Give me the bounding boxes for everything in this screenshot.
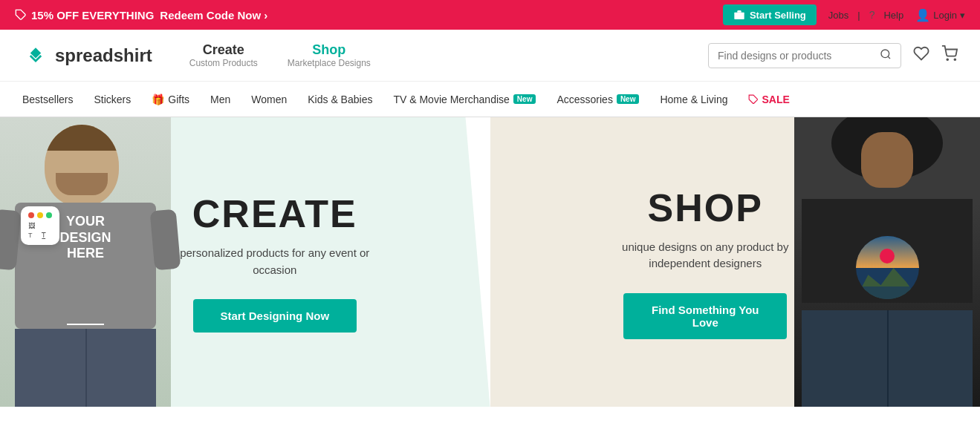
main-nav: Create Custom Products Shop Marketplace …	[175, 42, 708, 68]
login-area[interactable]: 👤 Login ▾	[915, 8, 965, 22]
svg-point-5	[954, 59, 955, 60]
nav-men[interactable]: Men	[210, 94, 230, 105]
search-input[interactable]	[718, 50, 880, 62]
user-icon: 👤	[915, 8, 930, 22]
find-something-button[interactable]: Find Something You Love	[623, 293, 787, 339]
svg-rect-1	[734, 13, 744, 19]
hero-shop-title: SHOP	[601, 186, 809, 230]
nav-tv-movie[interactable]: TV & Movie Merchandise New	[393, 94, 536, 105]
store-icon	[733, 9, 745, 21]
wishlist-icon[interactable]	[913, 45, 929, 66]
jobs-link[interactable]: Jobs	[828, 10, 848, 21]
nav-create-subtitle: Custom Products	[189, 58, 258, 68]
nav-stickers[interactable]: Stickers	[94, 94, 131, 105]
hero-section: 🖼 TT̲ YOURDESIGNHERE	[0, 117, 980, 407]
search-box[interactable]	[708, 43, 901, 68]
nav-create[interactable]: Create Custom Products	[175, 42, 273, 68]
help-icon: ?	[869, 9, 875, 21]
search-icon	[880, 48, 892, 60]
tag-icon	[15, 9, 27, 21]
nav-sale[interactable]: SALE	[748, 94, 789, 105]
hero-create-title: CREATE	[171, 191, 379, 236]
nav-create-title: Create	[203, 42, 244, 58]
header: spreadshirt Create Custom Products Shop …	[0, 30, 980, 82]
logo-icon	[22, 42, 49, 69]
nav-bestsellers[interactable]: Bestsellers	[22, 94, 73, 105]
hero-create-panel: 🖼 TT̲ YOURDESIGNHERE	[0, 117, 490, 407]
logo-link[interactable]: spreadshirt	[22, 42, 152, 69]
logo-text: spreadshirt	[55, 45, 152, 66]
nav-shop-title: Shop	[312, 42, 345, 58]
hero-shop-panel: SHOP unique designs on any product by in…	[490, 117, 981, 407]
search-button[interactable]	[880, 48, 892, 63]
banner-discount: 15% OFF EVERYTHING	[15, 9, 154, 22]
hero-shop-content: SHOP unique designs on any product by in…	[586, 171, 824, 354]
nav-women[interactable]: Women	[251, 94, 287, 105]
gift-icon: 🎁	[152, 94, 164, 105]
svg-point-4	[947, 59, 948, 60]
nav-kids[interactable]: Kids & Babies	[308, 94, 372, 105]
sale-tag-icon	[748, 94, 759, 105]
nav-home-living[interactable]: Home & Living	[660, 94, 727, 105]
search-area	[708, 43, 958, 68]
help-link[interactable]: Help	[883, 10, 903, 21]
top-banner: 15% OFF EVERYTHING Redeem Code Now › Sta…	[0, 0, 980, 30]
nav-accessories[interactable]: Accessories New	[556, 94, 639, 105]
banner-redeem[interactable]: Redeem Code Now ›	[160, 9, 267, 22]
hero-create-content: CREATE personalized products for any eve…	[156, 177, 394, 347]
accessories-new-badge: New	[617, 94, 640, 104]
start-selling-button[interactable]: Start Selling	[723, 4, 817, 25]
start-designing-button[interactable]: Start Designing Now	[193, 299, 357, 333]
arrow-icon: ›	[264, 9, 267, 22]
svg-line-3	[888, 56, 890, 59]
design-tool-bubble: 🖼 TT̲	[21, 206, 59, 245]
nav-bar: Bestsellers Stickers 🎁 Gifts Men Women K…	[0, 82, 980, 117]
banner-links: Jobs | ? Help	[828, 9, 903, 21]
man-model: YOURDESIGNHERE	[0, 117, 171, 407]
tv-new-badge: New	[513, 94, 536, 104]
nav-shop-subtitle: Marketplace Designs	[288, 58, 371, 68]
hero-shop-subtitle: unique designs on any product by indepen…	[601, 239, 809, 272]
hero-create-subtitle: personalized products for any event or o…	[171, 245, 379, 278]
nav-gifts[interactable]: 🎁 Gifts	[152, 94, 189, 105]
banner-left: 15% OFF EVERYTHING Redeem Code Now ›	[15, 9, 267, 22]
banner-right: Start Selling Jobs | ? Help 👤 Login ▾	[723, 4, 965, 25]
nav-shop[interactable]: Shop Marketplace Designs	[273, 42, 386, 68]
svg-point-2	[881, 50, 889, 58]
cart-icon[interactable]	[941, 45, 958, 66]
chevron-down-icon: ▾	[960, 10, 965, 21]
